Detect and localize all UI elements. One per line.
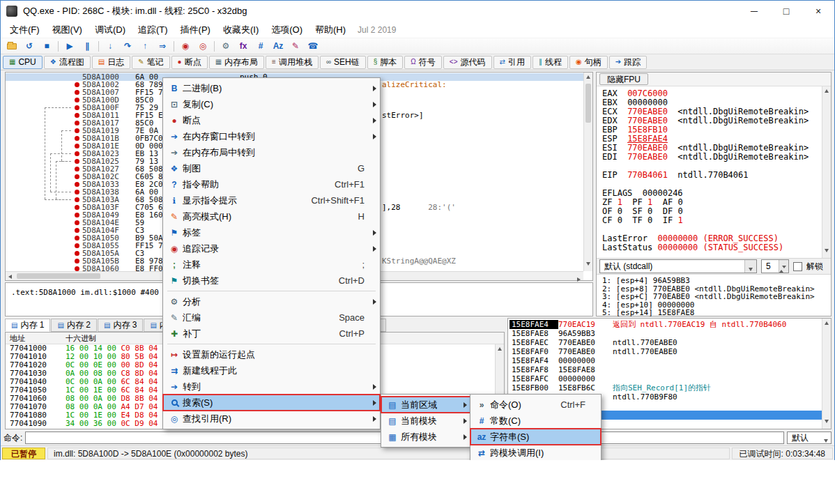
dropdown-arrow-icon[interactable] (744, 260, 756, 273)
trace-into-button[interactable]: ◉ (177, 39, 194, 53)
argument-row[interactable]: 5: [esp+14] 15E8FAE8 (602, 309, 828, 317)
submenu-all-modules[interactable]: ▦所有模块 (381, 429, 470, 445)
ctx-trace-record[interactable]: ◉追踪记录 (163, 240, 380, 257)
search-intermodular-calls[interactable]: ⇄跨模块调用(I) (470, 445, 601, 460)
tab-references[interactable]: ⇄引用 (493, 56, 531, 69)
trace-over-button[interactable]: ◎ (194, 39, 211, 53)
breakpoint-dot[interactable] (72, 119, 82, 127)
stack-row[interactable]: 15E8FB0015E8FB6C指向SEH_Record[1]的指针 (510, 383, 822, 392)
breakpoint-dot[interactable] (72, 204, 82, 211)
tab-graph[interactable]: ❖流程图 (44, 56, 91, 69)
breakpoint-dot[interactable] (72, 112, 82, 119)
flag-value[interactable]: 0 (677, 197, 682, 207)
scrollbar-thumb[interactable] (585, 84, 591, 123)
breakpoint-dot[interactable] (72, 104, 82, 112)
flag-value[interactable]: 0 (677, 206, 682, 216)
scroll-up-arrow[interactable] (586, 75, 590, 79)
breakpoint-dot[interactable] (72, 250, 82, 257)
menu-favourites[interactable]: 收藏夹(I) (217, 22, 265, 38)
search-constant[interactable]: #常数(C) (470, 413, 601, 429)
stack-row[interactable]: 15E8FAE4770EAC19返回到 ntdll.770EAC19 自 ntd… (510, 320, 822, 329)
breakpoint-dot[interactable] (72, 150, 82, 158)
flag-value[interactable]: 0 (618, 206, 622, 216)
hide-fpu-button[interactable]: 隐藏FPU (599, 73, 648, 85)
pause-button[interactable]: ∥ (79, 39, 95, 53)
disassembly-vertical-scrollbar[interactable] (583, 72, 592, 271)
breakpoint-dot[interactable] (72, 219, 82, 227)
scrollbar-thumb[interactable] (17, 273, 100, 279)
ctx-instruction-help[interactable]: ?指令帮助Ctrl+F1 (163, 176, 380, 192)
search-command[interactable]: »命令(O)Ctrl+F (470, 397, 601, 413)
ctx-comment[interactable]: ;注释; (163, 257, 380, 273)
flag-value[interactable]: 1 (618, 197, 622, 207)
scroll-down-arrow[interactable] (586, 262, 590, 266)
close-button[interactable]: × (802, 1, 834, 22)
ctx-toggle-bookmark[interactable]: ⚑切换书签Ctrl+D (163, 273, 380, 289)
tab-script[interactable]: §脚本 (367, 56, 404, 69)
register-value[interactable]: 00000246 (643, 188, 683, 198)
breakpoint-dot[interactable] (72, 127, 82, 135)
breakpoint-dot[interactable] (72, 242, 82, 250)
menu-plugins[interactable]: 插件(P) (174, 22, 217, 38)
maximize-button[interactable]: □ (770, 1, 802, 22)
menu-debug[interactable]: 调试(D) (89, 22, 132, 38)
stack-row[interactable]: 15E8FAF0770EABE0ntdll.770EABE0 (510, 347, 822, 356)
highlighting-button[interactable]: ✎ (287, 39, 304, 53)
scroll-down-arrow[interactable] (825, 420, 829, 423)
restart-button[interactable]: ↺ (21, 39, 38, 53)
breakpoint-dot[interactable] (72, 158, 82, 165)
breakpoint-dot[interactable] (72, 196, 82, 204)
breakpoint-dot[interactable] (72, 211, 82, 219)
scroll-right-arrow[interactable] (577, 277, 581, 282)
stack-row[interactable]: 15E8FAF815E8FAE8 (510, 365, 822, 374)
breakpoint-dot[interactable] (72, 181, 82, 188)
run-to-user-code-button[interactable]: ⇒ (154, 39, 171, 53)
case-button[interactable]: Az (270, 39, 286, 53)
scroll-up-arrow[interactable] (825, 89, 829, 93)
step-out-button[interactable]: ↑ (137, 39, 153, 53)
minimize-button[interactable]: ─ (738, 1, 770, 22)
breakpoint-dot[interactable] (72, 142, 82, 150)
ctx-graph[interactable]: ❖制图G (163, 160, 380, 176)
stack-scrollbar[interactable] (822, 319, 831, 429)
breakpoint-dot[interactable] (72, 96, 82, 104)
stop-button[interactable]: ■ (38, 39, 55, 53)
menu-file[interactable]: 文件(F) (3, 22, 46, 38)
breakpoint-slot[interactable] (72, 73, 82, 81)
tab-source[interactable]: <>源代码 (443, 56, 492, 69)
register-value[interactable]: 15E8FAE4 (627, 134, 668, 144)
menu-help[interactable]: 帮助(H) (309, 22, 352, 38)
preferences-button[interactable]: ⚙ (217, 39, 234, 53)
attach-button[interactable]: ☎ (305, 39, 321, 53)
tab-log[interactable]: ▤日志 (92, 56, 130, 69)
ctx-search[interactable]: 搜索(S) (163, 395, 380, 411)
command-profile-select[interactable]: 默认 (787, 432, 832, 444)
ctx-label[interactable]: ⚑标签 (163, 224, 380, 240)
ctx-copy[interactable]: ⊡复制(C) (163, 96, 380, 112)
calling-convention-select[interactable]: 默认 (stdcall) (599, 259, 757, 273)
stack-row[interactable]: 15E8FAFC00000000 (510, 374, 822, 383)
register-row[interactable]: LastStatus 00000000 (STATUS_SUCCESS) (602, 243, 820, 252)
breakpoint-dot[interactable] (72, 173, 82, 181)
register-value[interactable]: 770EABE0 (627, 107, 668, 116)
argument-row[interactable]: 1: [esp+4] 96A59BB3 (602, 277, 828, 285)
ctx-goto[interactable]: ➔转到 (163, 379, 380, 395)
ctx-patch[interactable]: ✚补丁Ctrl+P (163, 326, 380, 342)
flag-value[interactable]: 0 (618, 215, 622, 225)
ctx-create-thread-here[interactable]: ⇉新建线程于此 (163, 362, 380, 379)
breakpoint-dot[interactable] (72, 89, 82, 96)
step-into-button[interactable]: ↓ (102, 39, 118, 53)
tab-memory-map[interactable]: ▦内存布局 (209, 56, 264, 69)
tab-trace[interactable]: ➔跟踪 (609, 56, 647, 69)
unlock-checkbox[interactable] (793, 262, 802, 271)
ctx-follow-in-dump[interactable]: ➔在内存窗口中转到 (163, 128, 380, 144)
flag-value[interactable]: 1 (677, 215, 682, 225)
breakpoint-dot[interactable] (72, 227, 82, 234)
submenu-current-region[interactable]: ▤当前区域 (381, 397, 470, 413)
constant-button[interactable]: # (252, 39, 269, 53)
registers-scrollbar[interactable] (822, 86, 831, 258)
stack-row[interactable]: 15E8FAE896A59BB3 (510, 329, 822, 338)
run-button[interactable]: ▶ (61, 39, 78, 53)
tab-threads[interactable]: ∥线程 (533, 56, 568, 69)
register-value[interactable]: 15E8FB10 (627, 125, 668, 135)
